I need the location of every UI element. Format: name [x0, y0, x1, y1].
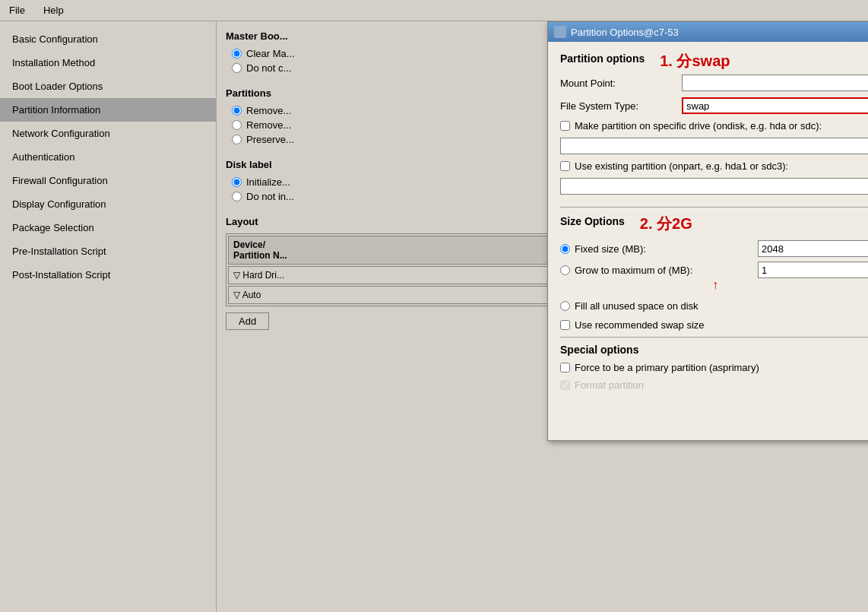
divider-1: [560, 207, 868, 208]
file-system-type-label: File System Type:: [560, 100, 682, 112]
grow-max-input[interactable]: 1: [758, 262, 868, 278]
fixed-size-radio[interactable]: [560, 244, 570, 254]
specific-drive-row: Make partition on specific drive (ondisk…: [560, 120, 868, 132]
fixed-size-input-wrapper: 2048 ▲ ▼: [758, 240, 868, 257]
dialog-titlebar: Partition Options@c7-53 ✕: [548, 22, 868, 42]
content-area: Master Boo... Clear Ma... Do not c... Pa…: [217, 21, 868, 612]
preserve-label: Preserve...: [246, 134, 294, 145]
mount-point-select-wrapper: ▼: [682, 75, 868, 91]
dialog-overlay: Partition Options@c7-53 ✕ Partition opti…: [547, 21, 868, 612]
remove2-label: Remove...: [246, 119, 291, 131]
dialog-title-text: Partition Options@c7-53: [571, 27, 679, 38]
sidebar-item-boot-loader[interactable]: Boot Loader Options: [0, 75, 216, 98]
mount-point-label: Mount Point:: [560, 78, 682, 89]
partition-options-header: Partition options: [560, 52, 645, 65]
dialog-title-left: Partition Options@c7-53: [554, 26, 679, 38]
mount-point-row: Mount Point: ▼: [560, 75, 868, 91]
init-radio[interactable]: [232, 177, 242, 187]
special-options-header: Special options: [560, 344, 868, 356]
format-partition-row: Format partition: [560, 379, 868, 391]
fixed-size-row: Fixed size (MB): 2048 ▲ ▼: [560, 240, 868, 257]
force-primary-label: Force to be a primary partition (asprima…: [575, 362, 759, 373]
add-button[interactable]: Add: [226, 312, 269, 330]
partition-options-dialog: Partition Options@c7-53 ✕ Partition opti…: [547, 21, 868, 441]
sidebar-item-authentication[interactable]: Authentication: [0, 145, 216, 169]
fill-unused-radio[interactable]: [560, 301, 570, 311]
do-not-in-label: Do not in...: [246, 191, 294, 202]
dialog-footer: ✕ Cancel ⏎ OK: [548, 406, 868, 440]
remove1-radio[interactable]: [232, 106, 242, 116]
sidebar-item-post-install[interactable]: Post-Installation Script: [0, 263, 216, 287]
annotation-swap: 1. 分swap: [660, 51, 730, 71]
sidebar-item-pre-install[interactable]: Pre-Installation Script: [0, 239, 216, 263]
use-recommended-label: Use recommended swap size: [575, 319, 705, 331]
preserve-radio[interactable]: [232, 135, 242, 144]
dialog-icon: [554, 26, 566, 38]
sidebar-item-install-method[interactable]: Installation Method: [0, 51, 216, 75]
existing-partition-label: Use existing partition (onpart, e.g. hda…: [575, 160, 788, 172]
force-primary-row: Force to be a primary partition (asprima…: [560, 362, 868, 373]
specific-drive-checkbox[interactable]: [560, 121, 570, 131]
sidebar: Basic Configuration Installation Method …: [0, 21, 217, 612]
main-container: Basic Configuration Installation Method …: [0, 21, 868, 612]
menubar: File Help: [0, 0, 868, 21]
remove1-label: Remove...: [246, 105, 291, 116]
grow-max-label-wrapper: Grow to maximum of (MB):: [560, 265, 758, 276]
annotation-2g: 2. 分2G: [640, 214, 692, 234]
fixed-size-input[interactable]: 2048: [758, 240, 868, 257]
do-not-in-radio[interactable]: [232, 192, 242, 201]
grow-max-radio[interactable]: [560, 265, 570, 275]
sidebar-item-basic-config[interactable]: Basic Configuration: [0, 27, 216, 51]
existing-partition-input[interactable]: [560, 178, 868, 195]
size-options-header-row: Size Options 2. 分2G: [560, 214, 868, 234]
use-recommended-checkbox[interactable]: [560, 320, 570, 330]
remove2-radio[interactable]: [232, 120, 242, 130]
grow-max-label: Grow to maximum of (MB):: [575, 265, 692, 276]
file-system-type-select[interactable]: swap ext4 ext3 xfs: [682, 97, 868, 114]
fill-unused-label: Fill all unused space on disk: [575, 300, 699, 312]
specific-drive-label: Make partition on specific drive (ondisk…: [575, 120, 822, 132]
specific-drive-input[interactable]: [560, 138, 868, 154]
menu-help[interactable]: Help: [40, 3, 67, 17]
grow-max-row: Grow to maximum of (MB): 1 ▲ ▼: [560, 262, 868, 278]
format-partition-checkbox: [560, 380, 570, 390]
divider-2: [560, 337, 868, 338]
file-system-type-wrapper: swap ext4 ext3 xfs ▼: [682, 97, 868, 114]
clear-ma-label: Clear Ma...: [246, 48, 295, 59]
file-system-type-row: File System Type: swap ext4 ext3 xfs ▼: [560, 97, 868, 114]
sidebar-item-firewall-config[interactable]: Firewall Configuration: [0, 169, 216, 192]
fill-unused-row: Fill all unused space on disk: [560, 300, 699, 312]
do-not-c-radio[interactable]: [232, 63, 242, 73]
sidebar-item-network-config[interactable]: Network Configuration: [0, 122, 216, 145]
fixed-size-label: Fixed size (MB):: [575, 243, 646, 255]
existing-partition-row: Use existing partition (onpart, e.g. hda…: [560, 160, 868, 172]
arrow-annotation: ↑: [712, 278, 718, 292]
size-options-header: Size Options: [560, 215, 625, 227]
menu-file[interactable]: File: [6, 3, 28, 17]
clear-ma-radio[interactable]: [232, 49, 242, 59]
sidebar-item-display-config[interactable]: Display Configuration: [0, 192, 216, 216]
do-not-c-label: Do not c...: [246, 62, 291, 74]
existing-partition-checkbox[interactable]: [560, 161, 570, 171]
dialog-body: Partition options 1. 分swap Mount Point: …: [548, 42, 868, 406]
grow-max-input-wrapper: 1 ▲ ▼: [758, 262, 868, 278]
sidebar-item-package-selection[interactable]: Package Selection: [0, 216, 216, 239]
use-recommended-row: Use recommended swap size: [560, 319, 868, 331]
fixed-size-label-wrapper: Fixed size (MB):: [560, 243, 758, 255]
init-label: Initialize...: [246, 176, 290, 188]
sidebar-item-partition-info[interactable]: Partition Information: [0, 98, 216, 122]
mount-point-select[interactable]: [682, 75, 868, 91]
force-primary-checkbox[interactable]: [560, 363, 570, 373]
format-partition-label: Format partition: [575, 379, 644, 391]
